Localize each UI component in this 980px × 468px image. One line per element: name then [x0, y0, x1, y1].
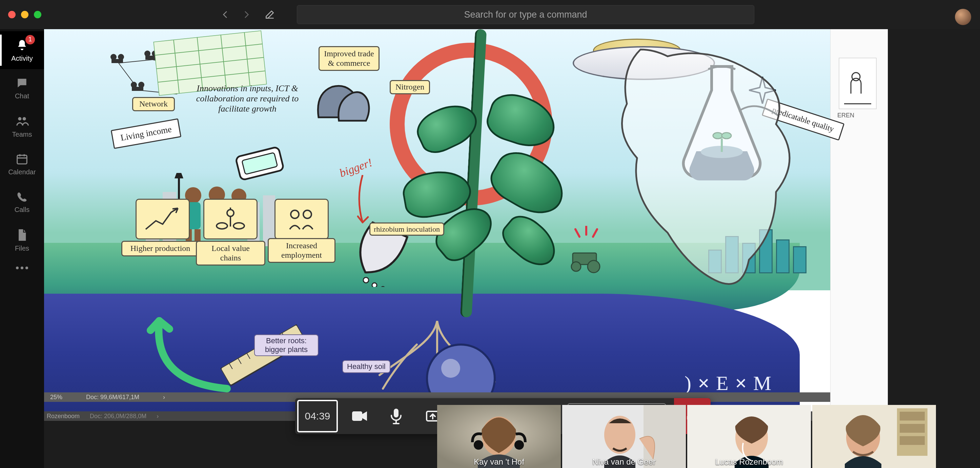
svg-point-72 — [303, 210, 312, 219]
window-minimize-button[interactable] — [21, 11, 29, 18]
chat-icon — [16, 77, 29, 89]
svg-line-24 — [119, 60, 153, 63]
shared-illustration-canvas: EREN — [44, 29, 888, 411]
svg-point-86 — [474, 440, 483, 450]
svg-rect-6 — [839, 58, 876, 109]
svg-point-22 — [372, 283, 377, 287]
label-healthy-soil: Healthy soil — [342, 360, 390, 373]
rail-more-button[interactable] — [15, 266, 29, 270]
history-back-button[interactable] — [221, 10, 230, 19]
participant-tile[interactable]: Kay van 't Hof — [437, 405, 561, 468]
phone-icon — [16, 191, 28, 203]
search-placeholder: Search for or type a command — [464, 10, 587, 20]
label-nitrogen: Nitrogen — [390, 80, 430, 94]
rail-activity[interactable]: 1 Activity — [0, 31, 44, 69]
svg-rect-74 — [394, 409, 399, 417]
participant-name: Kay van 't Hof — [437, 457, 561, 466]
rail-files[interactable]: Files — [0, 221, 44, 259]
rail-files-label: Files — [15, 244, 29, 252]
svg-line-63 — [575, 229, 579, 237]
toggle-mic-button[interactable] — [378, 398, 414, 434]
svg-point-5 — [25, 267, 28, 269]
label-higher-production: Higher production — [121, 241, 199, 256]
rail-calls-label: Calls — [14, 206, 29, 214]
app-titlebar: Search for or type a command — [0, 0, 980, 29]
label-network: Network — [132, 97, 175, 111]
svg-point-21 — [363, 277, 369, 283]
participant-tile[interactable]: Lucas Rozenboom — [687, 405, 811, 468]
svg-point-3 — [16, 267, 19, 269]
window-zoom-button[interactable] — [34, 11, 41, 18]
label-improved-trade: Improved trade & commerce — [318, 46, 380, 71]
presenter-name: Rozenboom — [47, 413, 80, 420]
svg-point-87 — [514, 440, 524, 450]
svg-rect-97 — [900, 436, 925, 445]
label-innovation: Innovations in inputs, ICT & collaborati… — [186, 83, 309, 114]
svg-rect-2 — [17, 155, 27, 163]
profile-avatar[interactable] — [955, 9, 971, 25]
label-local-value-chains: Local value chains — [196, 241, 265, 265]
participant-name: Niva van de Geer — [562, 457, 686, 466]
history-forward-button[interactable] — [242, 10, 251, 19]
svg-rect-73 — [352, 411, 362, 421]
app-left-rail: 1 Activity Chat Teams Calendar Calls Fil… — [0, 29, 44, 468]
svg-line-64 — [593, 229, 597, 237]
rail-teams[interactable]: Teams — [0, 107, 44, 145]
svg-point-0 — [18, 117, 21, 120]
history-nav — [221, 8, 277, 21]
presenter-doc-mem: Doc: 206,0M/288,0M — [90, 413, 146, 420]
shared-sidebar-label: EREN — [837, 112, 878, 119]
rail-calendar-label: Calendar — [8, 168, 36, 176]
svg-rect-96 — [900, 424, 925, 433]
svg-point-70 — [234, 223, 244, 229]
participant-name: Lucas Rozenboom — [687, 457, 811, 466]
formula-text: ) ✕ E ✕ M — [684, 372, 771, 395]
file-icon — [16, 228, 28, 242]
activity-badge: 1 — [25, 35, 35, 45]
command-search-bar[interactable]: Search for or type a command — [297, 5, 754, 24]
bell-icon: 1 — [15, 38, 29, 52]
svg-point-66 — [571, 262, 581, 271]
rail-calls[interactable]: Calls — [0, 183, 44, 221]
rail-chat[interactable]: Chat — [0, 69, 44, 107]
shared-screen: EREN — [44, 29, 888, 411]
toggle-camera-button[interactable] — [341, 398, 378, 434]
svg-point-17 — [441, 359, 460, 378]
rail-calendar[interactable]: Calendar — [0, 145, 44, 183]
participant-tile[interactable]: Niva van de Geer — [562, 405, 686, 468]
svg-rect-95 — [900, 412, 925, 420]
participant-strip: Kay van 't Hof Niva van de Geer — [437, 405, 936, 468]
svg-point-71 — [291, 210, 299, 219]
window-close-button[interactable] — [8, 11, 16, 18]
label-increased-employment: Increased employment — [268, 238, 336, 263]
rail-chat-label: Chat — [15, 92, 29, 100]
svg-point-67 — [588, 260, 600, 273]
svg-point-4 — [21, 267, 23, 269]
svg-point-1 — [23, 117, 26, 120]
call-timer: 04:39 — [297, 400, 338, 432]
shared-app-sidebar: EREN — [830, 29, 888, 411]
svg-point-69 — [216, 223, 228, 229]
label-better-roots: Better roots: bigger plants — [254, 334, 318, 356]
svg-point-68 — [227, 209, 234, 216]
doc-zoom: 25% — [50, 394, 62, 401]
doc-mem: Doc: 99,6M/617,1M — [86, 394, 139, 401]
meeting-stage: EREN — [44, 29, 980, 468]
new-message-button[interactable] — [263, 8, 277, 21]
rail-activity-label: Activity — [11, 54, 33, 62]
mac-traffic-lights — [0, 11, 41, 18]
participant-tile[interactable] — [812, 405, 936, 468]
rail-teams-label: Teams — [12, 131, 32, 138]
label-rhizobium: rhizobium inoculation — [369, 222, 444, 236]
teams-icon — [15, 114, 29, 128]
calendar-icon — [16, 153, 29, 166]
